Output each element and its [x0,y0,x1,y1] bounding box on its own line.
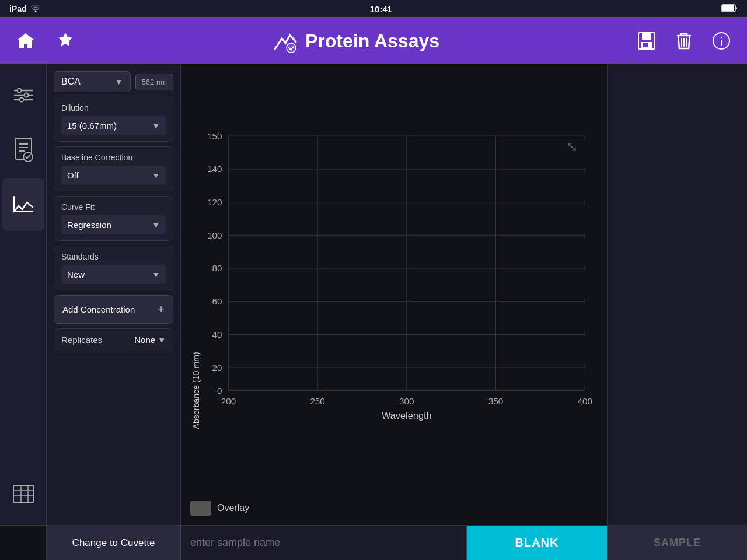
ipad-label: iPad [9,4,27,13]
home-button[interactable] [14,29,37,52]
svg-rect-4 [642,33,651,40]
svg-text:300: 300 [399,396,414,406]
svg-text:150: 150 [207,131,222,141]
standards-value: New [67,270,85,279]
change-to-cuvette-button[interactable]: Change to Cuvette [47,526,181,560]
sample-name-input[interactable] [181,526,467,560]
delete-button[interactable] [672,29,696,52]
curve-fit-group: Curve Fit Regression ▼ [54,196,173,241]
standards-selector[interactable]: New ▼ [61,265,166,284]
curve-fit-value: Regression [67,220,111,230]
svg-text:200: 200 [221,396,236,406]
standards-group: Standards New ▼ [54,246,173,290]
status-left: iPad [9,4,41,14]
assay-type-selector[interactable]: BCA ▼ [54,71,131,92]
battery-icon [721,4,738,14]
svg-text:20: 20 [212,363,222,373]
overlay-label: Overlay [217,503,249,513]
curve-fit-label: Curve Fit [61,202,166,212]
dilution-selector[interactable]: 15 (0.67mm) ▼ [61,116,166,135]
bottom-sidebar-spacer [0,526,47,560]
standards-chevron-icon: ▼ [152,270,160,279]
svg-text:80: 80 [212,263,222,273]
baseline-correction-selector[interactable]: Off ▼ [61,166,166,185]
svg-text:250: 250 [310,396,324,406]
add-concentration-button[interactable]: Add Concentration + [54,295,173,324]
header-right [635,29,733,52]
baseline-correction-group: Baseline Correction Off ▼ [54,146,173,191]
add-concentration-plus-icon: + [158,303,165,316]
favorites-button[interactable] [54,29,77,52]
assay-type-value: BCA [61,76,81,87]
standards-label: Standards [61,252,166,261]
sidebar-item-report[interactable] [2,124,44,176]
curve-fit-selector[interactable]: Regression ▼ [61,215,166,235]
app-logo-icon [273,28,298,54]
replicates-value: None ▼ [134,335,166,345]
assay-row: BCA ▼ 562 nm [54,71,173,92]
baseline-correction-label: Baseline Correction [61,153,166,162]
app-header: Protein Assays [0,18,747,64]
overlay-checkbox[interactable] [190,501,211,516]
svg-point-18 [19,98,23,102]
svg-text:Absorbance (10 mm): Absorbance (10 mm) [191,352,201,429]
sample-button[interactable]: SAMPLE [607,526,747,560]
replicates-label: Replicates [61,335,102,345]
bottom-bar: Change to Cuvette BLANK SAMPLE [0,525,747,560]
chart-area: 150 140 120 100 80 60 40 20 -0 200 250 3… [181,64,607,525]
svg-rect-26 [13,485,33,503]
save-button[interactable] [635,29,658,52]
blank-button[interactable]: BLANK [467,526,607,560]
svg-rect-6 [643,43,648,47]
svg-point-16 [17,89,21,93]
svg-text:Wavelength: Wavelength [382,410,432,421]
curve-fit-chevron-icon: ▼ [152,220,160,230]
wifi-icon [30,4,41,14]
svg-rect-11 [721,40,722,46]
dilution-group: Dilution 15 (0.67mm) ▼ [54,97,173,142]
svg-text:140: 140 [207,164,222,174]
chart-svg: 150 140 120 100 80 60 40 20 -0 200 250 3… [190,70,598,495]
dilution-chevron-icon: ▼ [152,121,160,131]
assay-chevron-icon: ▼ [115,77,123,86]
add-concentration-label: Add Concentration [62,304,135,314]
right-panel [607,64,747,525]
svg-text:⤡: ⤡ [566,139,578,155]
info-button[interactable] [710,29,733,52]
svg-text:60: 60 [212,296,222,306]
svg-point-17 [24,93,28,97]
svg-text:-0: -0 [214,386,222,396]
svg-text:120: 120 [207,197,222,207]
sidebar-item-chart[interactable] [2,178,44,231]
dilution-value: 15 (0.67mm) [67,121,117,131]
svg-rect-1 [722,5,734,11]
chart-container: 150 140 120 100 80 60 40 20 -0 200 250 3… [190,70,598,495]
dilution-label: Dilution [61,103,166,113]
replicates-chevron-icon: ▼ [158,335,166,345]
svg-text:100: 100 [207,230,222,240]
baseline-chevron-icon: ▼ [152,171,160,180]
status-bar: iPad 10:41 [0,0,747,18]
svg-text:40: 40 [212,330,222,340]
status-right [721,4,738,14]
replicates-selector[interactable]: Replicates None ▼ [54,328,173,351]
header-left [14,29,77,52]
svg-text:400: 400 [577,396,592,406]
app-title: Protein Assays [305,30,439,52]
svg-point-12 [721,37,722,38]
svg-point-2 [287,43,296,52]
control-panel: BCA ▼ 562 nm Dilution 15 (0.67mm) ▼ Base… [47,64,181,525]
main-area: BCA ▼ 562 nm Dilution 15 (0.67mm) ▼ Base… [0,64,747,525]
header-center: Protein Assays [273,28,439,54]
baseline-correction-value: Off [67,170,79,180]
svg-text:350: 350 [488,396,503,406]
overlay-row: Overlay [190,497,598,519]
time-display: 10:41 [370,4,392,14]
sidebar-item-settings[interactable] [2,69,44,121]
left-sidebar [0,64,47,525]
wavelength-badge: 562 nm [135,74,173,90]
sidebar-item-table[interactable] [2,468,44,520]
